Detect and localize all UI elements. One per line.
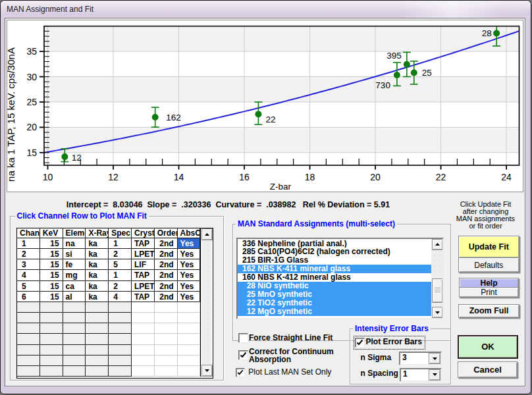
man-standard-item[interactable]: 22 TiO2 synthetic	[238, 299, 431, 307]
table-cell[interactable]: ka	[86, 259, 109, 270]
table-cell[interactable]: 3	[17, 259, 40, 270]
table-cell[interactable]: Yes	[178, 249, 201, 259]
table-cell[interactable]: 2	[109, 281, 132, 292]
table-cell-empty[interactable]	[109, 366, 132, 377]
table-cell[interactable]: 15	[40, 270, 63, 280]
table-cell[interactable]: ka	[86, 292, 109, 302]
table-cell[interactable]: 4	[17, 270, 40, 280]
table-cell[interactable]: Yes	[178, 281, 201, 292]
table-cell-empty[interactable]	[63, 356, 86, 366]
table-cell[interactable]: 4	[109, 292, 132, 302]
table-cell-empty[interactable]	[178, 356, 201, 366]
n-sigma-dropdown-button[interactable]	[429, 353, 440, 364]
table-cell-empty[interactable]	[155, 334, 178, 344]
man-standard-item[interactable]: 25 MnO synthetic	[238, 290, 431, 299]
man-standard-item[interactable]: 28 NiO synthetic	[238, 282, 431, 290]
table-cell[interactable]: 2nd	[155, 270, 178, 280]
update-fit-button[interactable]: Update Fit	[458, 236, 519, 258]
table-cell[interactable]: TAP	[132, 270, 155, 280]
man-standard-item[interactable]: 336 Nepheline (partial anal.)	[238, 240, 431, 248]
column-header-chan[interactable]: Chan	[17, 228, 40, 238]
table-cell-empty[interactable]	[109, 345, 132, 356]
table-cell-empty[interactable]	[178, 345, 201, 356]
table-cell[interactable]: 2	[17, 249, 40, 259]
table-cell[interactable]: 5	[17, 281, 40, 292]
table-cell-empty[interactable]	[86, 345, 109, 356]
channel-table[interactable]: ChanKeVElemeX-RaySpecCrystOrderAbsC115na…	[16, 228, 213, 379]
column-header-spec[interactable]: Spec	[109, 228, 132, 238]
table-cell-empty[interactable]	[109, 356, 132, 366]
table-cell-empty[interactable]	[40, 334, 63, 344]
table-cell[interactable]: 6	[17, 292, 40, 302]
table-cell[interactable]: ka	[86, 270, 109, 280]
table-cell-empty[interactable]	[17, 345, 40, 356]
man-standard-item[interactable]: 285 Ca10(PO4)6Cl2 (halogen corrected)	[238, 248, 431, 256]
table-cell-empty[interactable]	[63, 302, 86, 313]
table-cell-empty[interactable]	[132, 323, 155, 334]
table-cell[interactable]: Yes	[178, 292, 201, 302]
table-cell-empty[interactable]	[132, 356, 155, 366]
force-straight-line-checkbox[interactable]	[238, 333, 248, 343]
print-button[interactable]: Print	[459, 287, 519, 298]
table-cell[interactable]: 1	[109, 270, 132, 280]
table-cell-empty[interactable]	[17, 313, 40, 323]
table-cell[interactable]: 2nd	[155, 249, 178, 259]
table-cell[interactable]: 2	[109, 249, 132, 259]
table-cell[interactable]: mg	[63, 270, 86, 280]
table-cell[interactable]: ca	[63, 281, 86, 292]
table-cell-empty[interactable]	[86, 323, 109, 334]
continuum-absorption-checkbox[interactable]	[238, 350, 248, 360]
column-header-order[interactable]: Order	[155, 228, 178, 238]
table-cell-empty[interactable]	[178, 334, 201, 344]
table-cell-empty[interactable]	[63, 313, 86, 323]
table-cell[interactable]: LPET	[132, 249, 155, 259]
table-cell[interactable]: TAP	[132, 238, 155, 249]
table-cell[interactable]: ka	[86, 281, 109, 292]
column-header-x-ray[interactable]: X-Ray	[86, 228, 109, 238]
scroll-up-button[interactable]	[201, 228, 213, 240]
table-cell-empty[interactable]	[40, 356, 63, 366]
table-cell-empty[interactable]	[86, 334, 109, 344]
table-cell[interactable]: Yes	[178, 259, 201, 270]
table-cell-empty[interactable]	[40, 313, 63, 323]
table-cell-empty[interactable]	[17, 334, 40, 344]
table-cell-empty[interactable]	[17, 356, 40, 366]
table-cell-empty[interactable]	[132, 334, 155, 344]
man-standard-item[interactable]: 160 NBS K-412 mineral glass	[238, 273, 431, 282]
table-cell-empty[interactable]	[17, 366, 40, 377]
table-cell[interactable]: 15	[40, 259, 63, 270]
table-cell[interactable]: ka	[86, 249, 109, 259]
table-cell[interactable]: LIF	[132, 259, 155, 270]
table-cell[interactable]: Yes	[178, 238, 201, 249]
n-spacing-combobox[interactable]: 1	[400, 368, 442, 382]
table-cell-empty[interactable]	[40, 366, 63, 377]
n-spacing-dropdown-button[interactable]	[429, 369, 440, 381]
column-header-absc[interactable]: AbsC	[178, 228, 201, 238]
man-standard-item[interactable]: 162 NBS K-411 mineral glass	[238, 265, 431, 273]
table-cell-empty[interactable]	[17, 323, 40, 334]
table-cell-empty[interactable]	[63, 334, 86, 344]
defaults-button[interactable]: Defaults	[458, 257, 519, 273]
table-cell[interactable]: 15	[40, 238, 63, 249]
table-cell-empty[interactable]	[86, 302, 109, 313]
column-header-eleme[interactable]: Eleme	[63, 228, 86, 238]
table-cell-empty[interactable]	[86, 366, 109, 377]
table-cell-empty[interactable]	[40, 323, 63, 334]
table-cell-empty[interactable]	[63, 345, 86, 356]
table-cell-empty[interactable]	[86, 313, 109, 323]
table-scrollbar[interactable]	[200, 228, 211, 377]
table-cell-empty[interactable]	[132, 302, 155, 313]
man-standard-item[interactable]: 12 MgO synthetic	[238, 307, 431, 316]
table-cell[interactable]: TAP	[132, 292, 155, 302]
table-cell[interactable]: na	[63, 238, 86, 249]
table-cell-empty[interactable]	[155, 313, 178, 323]
table-cell-empty[interactable]	[155, 302, 178, 313]
table-cell-empty[interactable]	[132, 366, 155, 377]
table-cell[interactable]: 2nd	[155, 238, 178, 249]
table-cell-empty[interactable]	[155, 356, 178, 366]
table-cell[interactable]: LPET	[132, 281, 155, 292]
table-cell[interactable]: 15	[40, 249, 63, 259]
scrollbar-thumb[interactable]	[432, 278, 443, 303]
title-bar[interactable]: MAN Assignment and Fit	[1, 1, 531, 18]
table-cell[interactable]: 1	[109, 238, 132, 249]
